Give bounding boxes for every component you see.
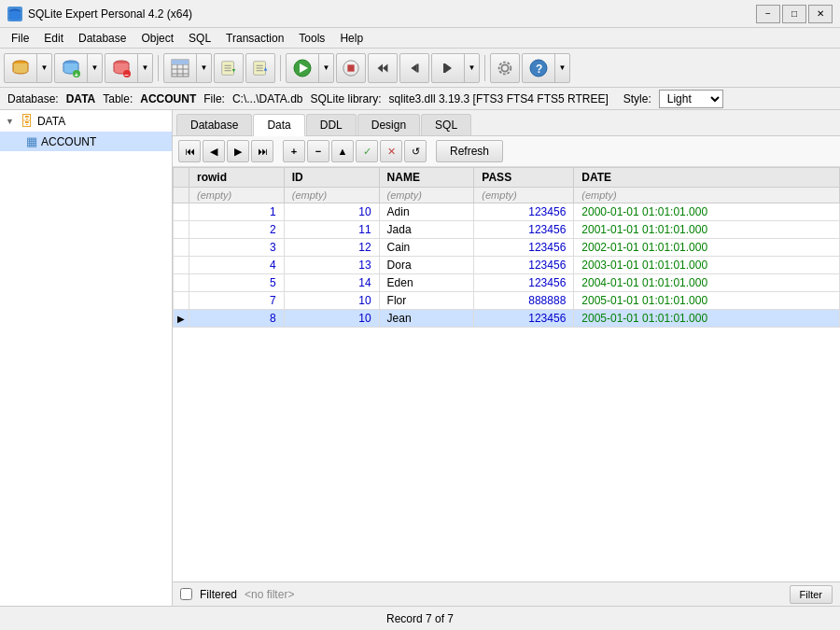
menu-edit[interactable]: Edit [36, 30, 71, 47]
table-button[interactable]: ▼ [163, 53, 212, 83]
filter-text: <no filter> [245, 588, 294, 601]
next-btn[interactable]: ▶ [227, 140, 249, 162]
titlebar-controls[interactable]: − □ ✕ [756, 5, 833, 23]
cell-pass: 123456 [474, 274, 574, 292]
table-row[interactable]: 312Cain1234562002-01-01 01:01:01.000 [174, 239, 840, 257]
menu-transaction[interactable]: Transaction [218, 30, 291, 47]
menu-file[interactable]: File [4, 30, 36, 47]
settings-button[interactable] [490, 53, 520, 83]
stop-button[interactable] [336, 53, 366, 83]
confirm-btn[interactable]: ✓ [356, 140, 378, 162]
style-select[interactable]: Light Dark Classic [659, 90, 723, 108]
cell-rowid: 1 [189, 203, 285, 221]
database-label: DATA [37, 115, 65, 128]
app-title: SQLite Expert Personal 4.2 (x64) [28, 7, 192, 21]
first-btn[interactable]: ⏮ [178, 140, 201, 162]
delete-btn[interactable]: − [307, 140, 329, 162]
last-btn[interactable]: ⏭ [251, 140, 273, 162]
cell-date: 2002-01-01 01:01:01.000 [574, 239, 840, 257]
prev-button[interactable] [399, 53, 429, 83]
table-row[interactable]: 710Flor8888882005-01-01 01:01:01.000 [174, 292, 840, 310]
run-icon [292, 58, 313, 78]
open-db-button[interactable]: ▼ [4, 53, 52, 83]
filtered-label: Filtered [200, 588, 237, 601]
table-row[interactable]: 211Jada1234562001-01-01 01:01:01.000 [174, 221, 840, 239]
run-button[interactable]: ▼ [286, 53, 334, 83]
cell-id: 10 [284, 203, 379, 221]
col-name[interactable]: NAME [379, 168, 474, 188]
svg-text:−: − [125, 70, 130, 78]
filter-name: (empty) [379, 188, 474, 203]
svg-text:?: ? [536, 63, 542, 76]
export-button[interactable] [214, 53, 244, 83]
minimize-button[interactable]: − [756, 5, 780, 23]
filterbar: Filtered <no filter> Filter [173, 581, 840, 606]
filter-indicator [174, 188, 189, 203]
add-btn[interactable]: + [283, 140, 305, 162]
first-record-button[interactable] [368, 53, 398, 83]
cell-date: 2001-01-01 01:01:01.000 [574, 221, 840, 239]
menu-tools[interactable]: Tools [291, 30, 332, 47]
table-row[interactable]: 413Dora1234562003-01-01 01:01:01.000 [174, 257, 840, 274]
cell-name: Cain [379, 239, 474, 257]
tab-design[interactable]: Design [357, 114, 420, 135]
cell-pass: 123456 [474, 310, 574, 328]
row-indicator [174, 292, 189, 310]
main-area: ▼ 🗄 DATA ▦ ACCOUNT Database Data DDL Des… [0, 110, 840, 606]
table-row[interactable]: ▶810Jean1234562005-01-01 01:01:01.000 [174, 310, 840, 328]
expand-icon: ▼ [6, 117, 14, 126]
tab-sql[interactable]: SQL [421, 114, 471, 135]
menubar: File Edit Database Object SQL Transactio… [0, 28, 840, 49]
sqlite-version: sqlite3.dll 3.19.3 [FTS3 FTS4 FTS5 RTREE… [389, 92, 609, 105]
cell-date: 2003-01-01 01:01:01.000 [574, 257, 840, 274]
cell-name: Jada [379, 221, 474, 239]
row-indicator [174, 257, 189, 274]
cancel-btn[interactable]: ✕ [380, 140, 402, 162]
refresh-icon-btn[interactable]: ↺ [404, 140, 427, 162]
col-pass[interactable]: PASS [474, 168, 574, 188]
import-button[interactable] [245, 53, 275, 83]
tab-data[interactable]: Data [253, 114, 304, 136]
style-label: Style: [623, 92, 651, 105]
col-rowid[interactable]: rowid [189, 168, 285, 188]
prev-btn[interactable]: ◀ [203, 140, 225, 162]
table-body: 110Adin1234562000-01-01 01:01:01.000211J… [174, 203, 840, 328]
row-indicator [174, 239, 189, 257]
menu-sql[interactable]: SQL [181, 30, 218, 47]
svg-rect-38 [417, 63, 419, 72]
delete-db-button[interactable]: − ▼ [105, 53, 153, 83]
titlebar-left: SQLite Expert Personal 4.2 (x64) [7, 7, 192, 21]
cell-id: 11 [284, 221, 379, 239]
titlebar: SQLite Expert Personal 4.2 (x64) − □ ✕ [0, 0, 840, 28]
table-row[interactable]: 110Adin1234562000-01-01 01:01:01.000 [174, 203, 840, 221]
menu-database[interactable]: Database [71, 30, 133, 47]
col-id[interactable]: ID [284, 168, 379, 188]
maximize-button[interactable]: □ [782, 5, 806, 23]
tree-table-account[interactable]: ▦ ACCOUNT [0, 132, 172, 151]
refresh-button[interactable]: Refresh [436, 140, 503, 162]
data-table-wrap[interactable]: rowid ID NAME PASS DATE (empty) (empty) … [173, 167, 840, 581]
new-db-button[interactable]: + ▼ [54, 53, 103, 83]
help-button[interactable]: ? ▼ [522, 53, 570, 83]
table-row[interactable]: 514Eden1234562004-01-01 01:01:01.000 [174, 274, 840, 292]
db-label: Database: [7, 92, 59, 105]
filtered-checkbox[interactable] [180, 588, 192, 600]
row-indicator [174, 274, 189, 292]
tree-database[interactable]: ▼ 🗄 DATA [0, 110, 172, 132]
cell-pass: 123456 [474, 221, 574, 239]
col-date[interactable]: DATE [574, 168, 840, 188]
table-label: Table: [103, 92, 133, 105]
menu-help[interactable]: Help [332, 30, 371, 47]
cell-name: Adin [379, 203, 474, 221]
close-button[interactable]: ✕ [808, 5, 833, 23]
svg-text:+: + [75, 70, 79, 78]
filter-row: (empty) (empty) (empty) (empty) (empty) [174, 188, 840, 203]
svg-rect-34 [347, 64, 354, 71]
cell-rowid: 3 [189, 239, 285, 257]
menu-object[interactable]: Object [133, 30, 181, 47]
edit-btn[interactable]: ▲ [331, 140, 354, 162]
tab-database[interactable]: Database [176, 114, 252, 135]
next-button[interactable]: ▼ [431, 53, 480, 83]
tab-ddl[interactable]: DDL [306, 114, 357, 135]
filter-button[interactable]: Filter [790, 585, 833, 604]
